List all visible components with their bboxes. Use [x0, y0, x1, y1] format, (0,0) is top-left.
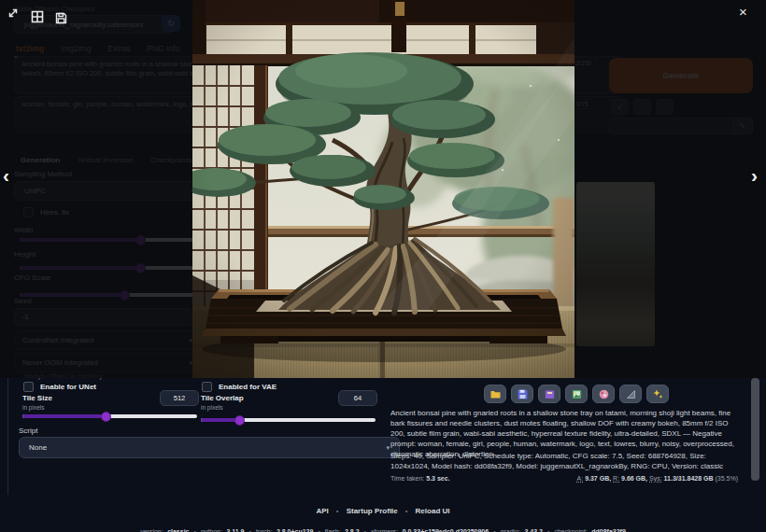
tile-size-input[interactable]: 512	[160, 390, 199, 406]
tile-overlap-unit: in pixels	[201, 404, 222, 411]
send-to-inpaint-button[interactable]	[592, 385, 615, 403]
open-folder-button[interactable]	[484, 385, 506, 403]
script-label: Script	[19, 427, 37, 435]
time-taken-value: 5.3 sec.	[426, 475, 449, 482]
lightbox-toolbar	[6, 6, 71, 28]
memory-reserved-label: R:	[613, 475, 619, 482]
folder-icon	[490, 389, 501, 399]
reload-ui-link[interactable]: Reload UI	[416, 507, 450, 515]
memory-sys-label: Sys:	[649, 475, 662, 482]
tile-overlap-slider[interactable]	[201, 418, 376, 422]
enable-vae-checkbox[interactable]	[202, 382, 212, 392]
output-panel: Ancient bonsai pine with gnarled roots i…	[383, 378, 745, 492]
sparkles-icon	[653, 389, 663, 399]
bonsai-photo	[192, 0, 574, 378]
save-image-icon[interactable]	[55, 12, 67, 24]
footer-links: API•Startup Profile•Reload UI	[0, 500, 766, 517]
footer: API•Startup Profile•Reload UI version: c…	[0, 500, 766, 532]
triangle-ruler-icon	[626, 389, 636, 399]
card-box-icon	[545, 389, 555, 399]
save-zip-button[interactable]	[538, 385, 560, 403]
scrollbar-thumb[interactable]	[751, 378, 759, 481]
memory-active-label: A:	[577, 475, 584, 482]
tile-size-slider[interactable]	[22, 414, 197, 418]
app-window: Stable Diffusion Checkpoint juggernautXL…	[0, 0, 766, 532]
time-taken: Time taken: 5.3 sec.	[390, 475, 450, 482]
panel-left-border	[7, 378, 8, 495]
save-image-button[interactable]	[511, 385, 533, 403]
api-link[interactable]: API	[317, 507, 329, 515]
close-icon[interactable]: ×	[739, 4, 747, 20]
enable-unet-checkbox[interactable]	[23, 382, 34, 392]
tile-grid-icon[interactable]	[31, 10, 44, 23]
enable-vae-row[interactable]: Enabled for VAE	[202, 382, 277, 392]
palette-icon	[599, 389, 609, 399]
enable-unet-row[interactable]: Enable for UNet	[23, 382, 96, 392]
next-image-chevron[interactable]: ›	[751, 168, 758, 183]
memory-stats: A: 9.37 GB, R: 9.66 GB, Sys: 11.3/31.842…	[577, 475, 738, 482]
script-value: None	[29, 443, 47, 452]
floppy-icon	[518, 389, 528, 399]
prev-image-chevron[interactable]: ‹	[3, 168, 9, 183]
tile-overlap-label: Tile Overlap	[201, 394, 244, 402]
generation-params-text: Steps: 40, Sampler: UniPC, Schedule type…	[390, 451, 738, 471]
output-buttons	[484, 385, 669, 403]
enable-unet-label: Enable for UNet	[40, 383, 96, 391]
picture-icon	[572, 389, 582, 399]
startup-profile-link[interactable]: Startup Profile	[347, 507, 398, 515]
expand-icon[interactable]	[7, 7, 19, 19]
tile-size-unit: in pixels	[22, 404, 44, 411]
footer-meta: version: classic•python: 3.11.9•torch: 2…	[0, 521, 766, 532]
tile-size-label: Tile Size	[22, 394, 52, 402]
bottom-section: Enable for UNet Enabled for VAE Tile Siz…	[0, 378, 766, 499]
send-to-extras-button[interactable]	[619, 385, 642, 403]
script-dropdown[interactable]: None ▾	[19, 437, 400, 458]
enable-vae-label: Enabled for VAE	[219, 383, 277, 391]
lightbox-image[interactable]	[192, 0, 574, 378]
memory-percent: (35.5%)	[715, 475, 738, 482]
tile-overlap-input[interactable]: 64	[338, 390, 377, 406]
time-taken-label: Time taken:	[390, 475, 424, 482]
upscale-sparkles-button[interactable]	[646, 385, 669, 403]
send-to-img2img-button[interactable]	[565, 385, 588, 403]
